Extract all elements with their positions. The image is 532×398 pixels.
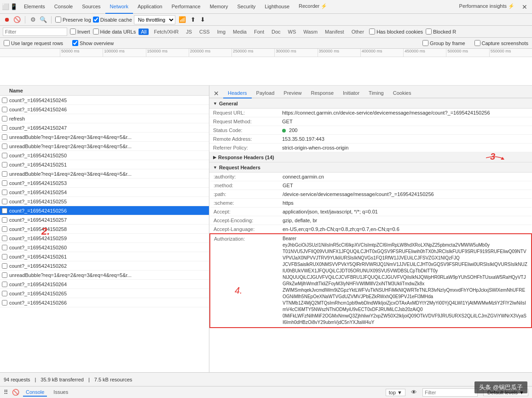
- tab-security[interactable]: Security: [232, 0, 260, 14]
- tab-memory[interactable]: Memory: [205, 0, 233, 14]
- disable-cache-checkbox[interactable]: Disable cache: [93, 17, 132, 23]
- close-devtools-icon[interactable]: ✕: [519, 3, 530, 11]
- table-row[interactable]: count?_=1695424150253: [0, 179, 209, 188]
- tab-elements[interactable]: Elements: [19, 0, 50, 14]
- details-tab-preview[interactable]: Preview: [279, 88, 306, 98]
- row-checkbox[interactable]: [2, 116, 7, 121]
- table-row[interactable]: count?_=1695424150246: [0, 105, 209, 114]
- general-section-header[interactable]: General: [209, 98, 532, 109]
- search-button[interactable]: 🔍: [39, 16, 47, 24]
- filter-ws-button[interactable]: WS: [286, 29, 299, 35]
- filter-other-button[interactable]: Other: [349, 29, 367, 35]
- filter-all-button[interactable]: All: [139, 29, 149, 35]
- table-row[interactable]: count?_=1695424150247: [0, 123, 209, 133]
- row-checkbox[interactable]: [2, 300, 7, 306]
- disable-cache-input[interactable]: [93, 17, 99, 23]
- clear-button[interactable]: 🚫: [13, 16, 21, 24]
- hide-data-urls-input[interactable]: [93, 29, 99, 35]
- table-row[interactable]: unreadBubble?req=1&req=2&req=3&req=4&req…: [0, 169, 209, 179]
- filter-wasm-button[interactable]: Wasm: [301, 29, 320, 35]
- top-context-selector[interactable]: top ▼: [386, 389, 405, 396]
- filter-media-button[interactable]: Media: [231, 29, 249, 35]
- table-row[interactable]: count?_=1695424150264: [0, 280, 209, 289]
- tab-console[interactable]: Console: [50, 0, 77, 14]
- table-row[interactable]: count?_=1695424150251: [0, 160, 209, 169]
- tab-network[interactable]: Network: [105, 0, 133, 14]
- row-checkbox[interactable]: [2, 190, 7, 195]
- table-row[interactable]: count?_=1695424150261: [0, 252, 209, 261]
- throttle-select[interactable]: No throttling Fast 3G Slow 3G Offline: [134, 15, 175, 24]
- table-row[interactable]: count?_=1695424150254: [0, 188, 209, 197]
- filter-manifest-button[interactable]: Manifest: [323, 29, 347, 35]
- filter-font-button[interactable]: Font: [252, 29, 266, 35]
- table-row[interactable]: count?_=1695424150258: [0, 225, 209, 234]
- download-icon[interactable]: ⬇: [199, 16, 207, 23]
- row-checkbox[interactable]: [2, 134, 7, 140]
- console-filter-input[interactable]: [422, 388, 478, 397]
- record-stop-button[interactable]: ⏺: [3, 16, 11, 24]
- console-clear-icon[interactable]: 🚫: [12, 389, 19, 396]
- tab-sources[interactable]: Sources: [77, 0, 105, 14]
- row-checkbox[interactable]: [2, 236, 7, 241]
- use-large-rows-checkbox[interactable]: Use large request rows: [4, 40, 63, 46]
- preserve-log-checkbox[interactable]: Preserve log: [55, 17, 91, 23]
- response-headers-section-header[interactable]: Response Headers (14) 3: [209, 152, 532, 162]
- row-checkbox[interactable]: [2, 153, 7, 158]
- group-by-frame-input[interactable]: [422, 40, 428, 46]
- capture-screenshots-checkbox[interactable]: Capture screenshots: [474, 40, 529, 46]
- row-checkbox[interactable]: [2, 245, 7, 250]
- table-row[interactable]: unreadBubble?req=1&req=2&req=3&req=4&req…: [0, 133, 209, 142]
- details-tab-payload[interactable]: Payload: [252, 88, 279, 98]
- filter-input[interactable]: [3, 28, 67, 36]
- row-checkbox[interactable]: [2, 125, 7, 131]
- row-checkbox[interactable]: [2, 144, 7, 149]
- row-checkbox[interactable]: [2, 171, 7, 177]
- invert-input[interactable]: [70, 29, 76, 35]
- details-tab-cookies[interactable]: Cookies: [388, 88, 416, 98]
- console-tab-issues[interactable]: Issues: [51, 388, 71, 397]
- tab-lighthouse[interactable]: Lighthouse: [260, 0, 294, 14]
- table-row[interactable]: count?_=1695424150266: [0, 298, 209, 307]
- row-checkbox[interactable]: [2, 282, 7, 287]
- close-details-button[interactable]: ✕: [212, 89, 220, 98]
- row-checkbox[interactable]: [2, 254, 7, 260]
- preserve-log-input[interactable]: [55, 17, 61, 23]
- filter-css-button[interactable]: CSS: [197, 29, 212, 35]
- upload-icon[interactable]: ⬆: [189, 16, 197, 23]
- hide-data-urls-checkbox[interactable]: Hide data URLs: [93, 29, 136, 35]
- details-tab-initiator[interactable]: Initiator: [338, 88, 364, 98]
- filter-icon-button[interactable]: ⚙: [29, 16, 37, 24]
- details-tab-response[interactable]: Response: [306, 88, 338, 98]
- table-row[interactable]: count?_=1695424150250: [0, 151, 209, 160]
- tab-application[interactable]: Application: [133, 0, 167, 14]
- console-menu-icon[interactable]: ⠿: [4, 389, 8, 396]
- filter-js-button[interactable]: JS: [184, 29, 194, 35]
- console-tab-console[interactable]: Console: [23, 388, 47, 397]
- wifi-icon[interactable]: 📶: [177, 16, 187, 23]
- row-checkbox[interactable]: [2, 208, 7, 213]
- tab-performance-insights[interactable]: Performance insights ⚡: [455, 0, 519, 14]
- filter-fetch-xhr-button[interactable]: Fetch/XHR: [151, 29, 181, 35]
- tab-recorder[interactable]: Recorder ⚡: [294, 0, 332, 14]
- eye-icon[interactable]: 👁: [411, 389, 417, 396]
- row-checkbox[interactable]: [2, 272, 7, 278]
- row-checkbox[interactable]: [2, 217, 7, 223]
- filter-doc-button[interactable]: Doc: [269, 29, 283, 35]
- row-checkbox[interactable]: [2, 162, 7, 167]
- details-tab-headers[interactable]: Headers: [223, 88, 252, 98]
- table-row[interactable]: unreadBubble?req=1&req=2&req=3&req=4&req…: [0, 271, 209, 280]
- group-by-frame-checkbox[interactable]: Group by frame: [422, 40, 465, 46]
- show-overview-checkbox[interactable]: Show overview: [72, 40, 114, 46]
- has-blocked-cookies-checkbox[interactable]: Has blocked cookies: [369, 29, 423, 35]
- blocked-r-checkbox[interactable]: Blocked R: [426, 29, 456, 35]
- row-checkbox[interactable]: [2, 199, 7, 204]
- table-row[interactable]: refresh: [0, 114, 209, 123]
- table-row[interactable]: count?_=1695424150257: [0, 215, 209, 225]
- use-large-rows-input[interactable]: [4, 40, 10, 46]
- row-checkbox[interactable]: [2, 291, 7, 296]
- table-row[interactable]: count?_=1695424150262: [0, 261, 209, 271]
- row-checkbox[interactable]: [2, 226, 7, 232]
- details-tab-timing[interactable]: Timing: [364, 88, 388, 98]
- filter-img-button[interactable]: Img: [215, 29, 228, 35]
- show-overview-input[interactable]: [72, 40, 78, 46]
